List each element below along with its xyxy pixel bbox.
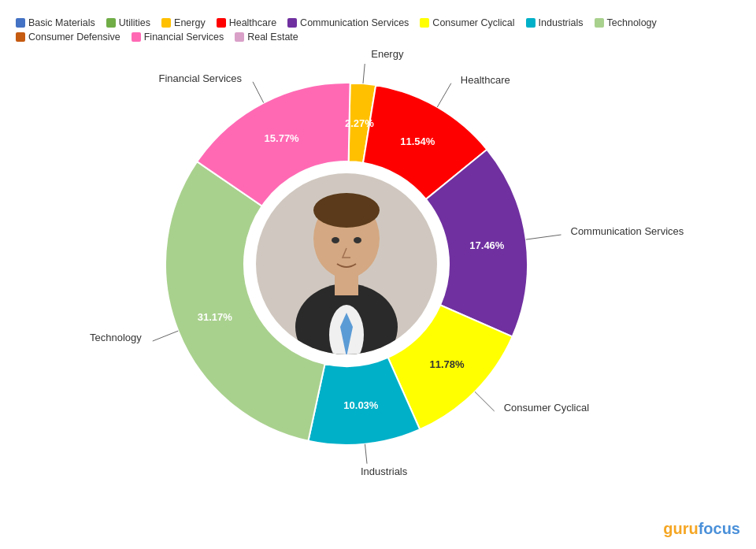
- sector-label-consumer-cyclical: Consumer Cyclical: [504, 402, 589, 414]
- pct-label-healthcare: 11.54%: [400, 135, 435, 147]
- donut-chart: 2.27%Energy11.54%Healthcare17.46%Communi…: [0, 47, 756, 488]
- sector-label-technology: Technology: [90, 332, 142, 343]
- legend-item-consumer-defensive: Consumer Defensive: [16, 32, 120, 43]
- sector-label-healthcare: Healthcare: [461, 74, 510, 86]
- footer-brand: gurufocus: [663, 520, 740, 538]
- pct-label-energy: 2.27%: [345, 117, 374, 129]
- svg-point-7: [313, 193, 380, 228]
- legend-item-financial-services: Financial Services: [132, 32, 224, 43]
- legend-item-healthcare: Healthcare: [217, 17, 276, 28]
- svg-line-15: [365, 444, 367, 464]
- pct-label-industrials: 10.03%: [343, 399, 379, 411]
- pct-label-consumer-cyclical: 11.78%: [429, 358, 465, 370]
- legend-item-communication-services: Communication Services: [287, 17, 409, 28]
- footer-focus: focus: [699, 520, 740, 537]
- sector-label-industrials: Industrials: [361, 466, 408, 477]
- svg-point-8: [332, 237, 339, 243]
- svg-line-11: [363, 64, 365, 83]
- svg-line-14: [475, 391, 495, 411]
- svg-point-9: [354, 237, 361, 243]
- svg-line-16: [153, 331, 179, 341]
- pct-label-technology: 31.17%: [198, 311, 233, 323]
- legend-item-basic-materials: Basic Materials: [16, 17, 95, 28]
- sector-label-energy: Energy: [371, 48, 404, 60]
- svg-rect-10: [335, 275, 358, 295]
- legend: Basic MaterialsUtilitiesEnergyHealthcare…: [0, 17, 756, 47]
- footer: gurufocus: [650, 520, 740, 538]
- svg-line-13: [526, 235, 561, 239]
- legend-item-technology: Technology: [595, 17, 657, 28]
- footer-guru: guru: [663, 520, 698, 537]
- legend-item-energy: Energy: [161, 17, 206, 28]
- sector-label-financial-services: Financial Services: [159, 72, 243, 84]
- legend-item-real-estate: Real Estate: [235, 32, 298, 43]
- legend-item-utilities: Utilities: [106, 17, 150, 28]
- legend-item-consumer-cyclical: Consumer Cyclical: [420, 17, 514, 28]
- svg-line-12: [437, 83, 451, 107]
- legend-item-industrials: Industrials: [526, 17, 584, 28]
- title: [0, 0, 756, 17]
- svg-line-17: [253, 82, 264, 103]
- sector-label-communication-services: Communication Services: [571, 225, 684, 237]
- pct-label-communication-services: 17.46%: [469, 239, 505, 251]
- chart-area: 2.27%Energy11.54%Healthcare17.46%Communi…: [0, 47, 756, 488]
- pct-label-financial-services: 15.77%: [265, 132, 300, 144]
